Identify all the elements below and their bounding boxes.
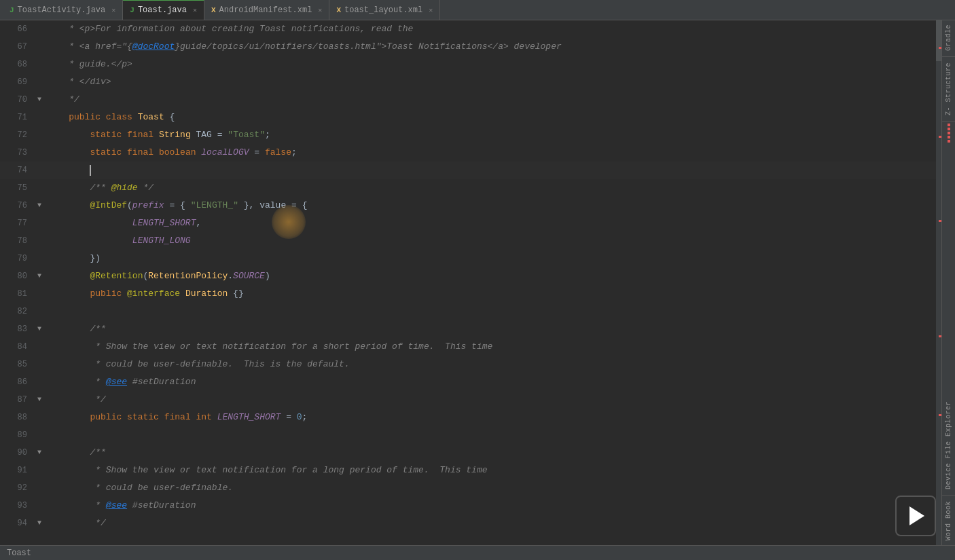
line-number-91: 91 [0,462,34,479]
code-line-69[interactable]: 69 * </div> [0,73,955,91]
line-number-70: 70 [0,91,34,109]
fold-gutter-71 [34,109,45,126]
code-content-68: * guide.</p> [45,56,955,73]
code-line-81[interactable]: 81 public @interface Duration {} [0,285,955,303]
code-line-68[interactable]: 68 * guide.</p> [0,56,955,73]
code-content-82 [45,303,955,320]
tab-toastactivity-close[interactable]: ✕ [111,6,115,14]
xml-icon-2: X [336,6,341,14]
tab-toast-layout-close[interactable]: ✕ [429,6,433,14]
code-content-88: public static final int LENGTH_SHORT = 0… [45,409,955,426]
code-content-75: /** @hide */ [45,179,955,197]
code-line-93[interactable]: 93 * @see #setDuration [0,497,955,515]
sidebar-gradle[interactable]: Gradle [943,20,954,55]
tab-toast-layout[interactable]: X toast_layout.xml ✕ [329,0,440,20]
right-sidebar: Gradle Z- Structure Device File Explorer… [941,20,955,545]
fold-gutter-94[interactable]: ▼ [34,515,45,532]
code-line-67[interactable]: 67 * <a href="{@docRoot}guide/topics/ui/… [0,38,955,56]
tab-toast[interactable]: J Toast.java ✕ [123,0,204,20]
fold-gutter-77 [34,214,45,232]
code-line-73[interactable]: 73 static final boolean localLOGV = fals… [0,144,955,162]
fold-gutter-79 [34,250,45,267]
code-line-66[interactable]: 66 * <p>For information about creating T… [0,20,955,38]
code-line-79[interactable]: 79 }) [0,250,955,267]
fold-gutter-90[interactable]: ▼ [34,444,45,462]
fold-gutter-70[interactable]: ▼ [34,91,45,109]
code-line-87[interactable]: 87▼ */ [0,391,955,409]
code-line-71[interactable]: 71 public class Toast { [0,109,955,126]
code-line-70[interactable]: 70▼ */ [0,91,955,109]
code-line-76[interactable]: 76▼ @IntDef(prefix = { "LENGTH_" }, valu… [0,197,955,214]
code-line-78[interactable]: 78 LENGTH_LONG [0,232,955,250]
code-line-84[interactable]: 84 * Show the view or text notification … [0,338,955,356]
code-content-84: * Show the view or text notification for… [45,338,955,356]
toast-run-button[interactable] [895,496,936,536]
tab-toast-layout-label: toast_layout.xml [344,5,422,15]
tab-androidmanifest[interactable]: X AndroidManifest.xml ✕ [204,0,329,20]
line-number-79: 79 [0,250,34,267]
tab-toastactivity[interactable]: J ToastActivity.java ✕ [3,0,123,20]
code-line-86[interactable]: 86 * @see #setDuration [0,373,955,391]
line-number-80: 80 [0,267,34,285]
line-number-87: 87 [0,391,34,409]
sidebar-word-book[interactable]: Word Book [943,497,954,545]
code-line-85[interactable]: 85 * could be user-definable. This is th… [0,356,955,373]
code-line-75[interactable]: 75 /** @hide */ [0,179,955,197]
line-number-83: 83 [0,320,34,338]
play-icon [909,506,924,525]
code-line-74[interactable]: 74 [0,162,955,179]
tab-toast-label: Toast.java [138,5,187,15]
fold-gutter-88 [34,409,45,426]
code-line-92[interactable]: 92 * could be user-definable. [0,479,955,497]
code-content-66: * <p>For information about creating Toas… [45,20,955,38]
line-number-82: 82 [0,303,34,320]
code-content-83: /** [45,320,955,338]
fold-gutter-80[interactable]: ▼ [34,267,45,285]
fold-gutter-87[interactable]: ▼ [34,391,45,409]
code-content-77: LENGTH_SHORT, [45,214,955,232]
code-content-81: public @interface Duration {} [45,285,955,303]
tab-toast-close[interactable]: ✕ [193,6,197,14]
scroll-error-2 [939,136,941,138]
code-line-82[interactable]: 82 [0,303,955,320]
error-strip-2 [948,128,950,130]
sidebar-z-structure[interactable]: Z- Structure [943,58,954,119]
code-content-87: */ [45,391,955,409]
line-number-86: 86 [0,373,34,391]
fold-gutter-76[interactable]: ▼ [34,197,45,214]
code-content-93: * @see #setDuration [45,497,955,515]
line-number-88: 88 [0,409,34,426]
code-line-91[interactable]: 91 * Show the view or text notification … [0,462,955,479]
sidebar-device-file-explorer[interactable]: Device File Explorer [943,397,954,493]
fold-gutter-78 [34,232,45,250]
scroll-error-4 [939,335,941,337]
code-content-92: * could be user-definable. [45,479,955,497]
code-line-77[interactable]: 77 LENGTH_SHORT, [0,214,955,232]
code-line-80[interactable]: 80▼ @Retention(RetentionPolicy.SOURCE) [0,267,955,285]
line-number-75: 75 [0,179,34,197]
fold-gutter-83[interactable]: ▼ [34,320,45,338]
code-container[interactable]: 66 * <p>For information about creating T… [0,20,955,560]
tab-androidmanifest-close[interactable]: ✕ [318,6,322,14]
code-line-94[interactable]: 94▼ */ [0,515,955,532]
fold-gutter-82 [34,303,45,320]
code-line-83[interactable]: 83▼ /** [0,320,955,338]
line-number-90: 90 [0,444,34,462]
scroll-map[interactable] [936,20,941,545]
status-bar: Toast [0,545,955,560]
error-strip-4 [948,136,950,138]
code-line-88[interactable]: 88 public static final int LENGTH_SHORT … [0,409,955,426]
code-line-72[interactable]: 72 static final String TAG = "Toast"; [0,126,955,144]
code-line-89[interactable]: 89 [0,426,955,444]
code-content-70: */ [45,91,955,109]
line-number-68: 68 [0,56,34,73]
line-number-72: 72 [0,126,34,144]
scroll-thumb[interactable] [936,20,941,61]
code-line-90[interactable]: 90▼ /** [0,444,955,462]
fold-gutter-73 [34,144,45,162]
line-number-94: 94 [0,515,34,532]
fold-gutter-84 [34,338,45,356]
fold-gutter-81 [34,285,45,303]
line-number-71: 71 [0,109,34,126]
code-content-78: LENGTH_LONG [45,232,955,250]
